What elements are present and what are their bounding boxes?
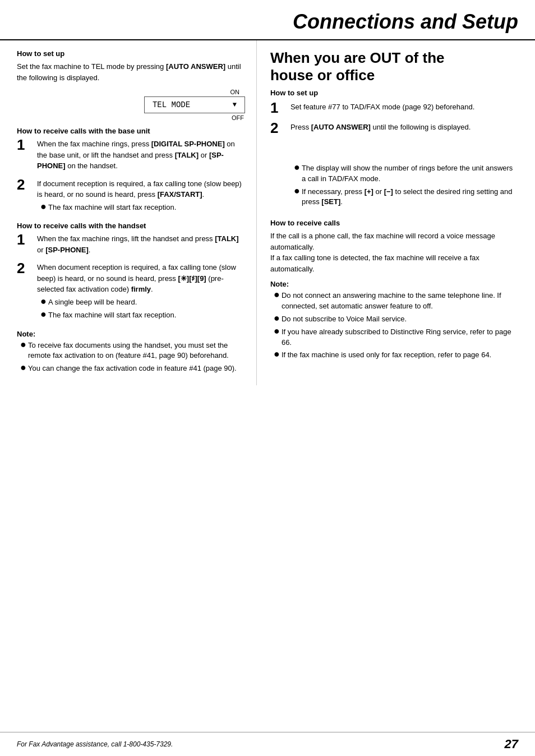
base-step-1: 1 When the fax machine rings, press [DIG… (17, 139, 245, 172)
base-unit-heading: How to receive calls with the base unit (17, 127, 245, 135)
handset-step-2-bullets: ● A single beep will be heard. ● The fax… (40, 297, 245, 321)
right-note-bullet-1: ● Do not connect an answering machine to… (274, 291, 518, 312)
footer-text: For Fax Advantage assistance, call 1-800… (17, 740, 173, 748)
base-step-2-bullets: ● The fax machine will start fax recepti… (40, 202, 245, 213)
left-note-bullets: ● To receive fax documents using the han… (20, 340, 245, 375)
handset-bullet-1-text: A single beep will be heard. (48, 297, 137, 308)
right-how-to-set-up-heading: How to set up (270, 89, 518, 97)
left-note-heading: Note: (17, 330, 245, 338)
base-step-2-content: If document reception is required, a fax… (37, 178, 245, 215)
right-receive-text: If the call is a phone call, the fax mac… (270, 231, 518, 274)
left-column: How to set up Set the fax machine to TEL… (0, 40, 257, 385)
step-number-2: 2 (17, 177, 33, 192)
lcd-display-container: ON TEL MODE ▼ OFF (34, 89, 245, 121)
right-title-line1: When you are OUT of the (270, 49, 445, 66)
right-title-line2: house or office (270, 67, 375, 84)
how-to-set-up-text: Set the fax machine to TEL mode by press… (17, 61, 245, 83)
handset-step-2: 2 When document reception is required, a… (17, 262, 245, 322)
handset-bullet-2-text: The fax machine will start fax reception… (48, 310, 176, 321)
step-number-1: 1 (17, 137, 33, 152)
lcd-box: TEL MODE ▼ (144, 96, 245, 113)
lcd-on-label: ON (230, 89, 239, 95)
right-step-2-content: Press [AUTO ANSWER] until the following … (290, 122, 518, 210)
page-number: 27 (505, 737, 518, 752)
page-footer: For Fax Advantage assistance, call 1-800… (0, 732, 535, 756)
handset-step-1: 1 When the fax machine rings, lift the h… (17, 233, 245, 255)
how-to-set-up-heading: How to set up (17, 49, 245, 58)
handset-step-2-content: When document reception is required, a f… (37, 262, 245, 322)
page-title: Connections and Setup (17, 10, 518, 34)
left-note-bullet-2: ● You can change the fax activation code… (20, 363, 245, 374)
handset-bullet-2: ● The fax machine will start fax recepti… (40, 310, 245, 321)
right-receive-calls-heading: How to receive calls (270, 219, 518, 227)
right-step2-bullet-2: ● If necessary, press [+] or [−] to sele… (294, 187, 518, 208)
bullet-dot: ● (20, 362, 28, 372)
bullet-dot: ● (274, 313, 282, 323)
left-note-bullet-1: ● To receive fax documents using the han… (20, 340, 245, 362)
right-step-number-2: 2 (270, 121, 286, 135)
right-step-1-content: Set feature #77 to TAD/FAX mode (page 92… (290, 102, 518, 113)
bullet-dot: ● (294, 162, 302, 172)
bullet-dot: ● (274, 349, 282, 359)
bullet-dot: ● (40, 201, 48, 211)
handset-heading: How to receive calls with the handset (17, 222, 245, 230)
bullet-dot: ● (40, 309, 48, 319)
right-note-bullet-3: ● If you have already subscribed to Dist… (274, 327, 518, 348)
right-note-bullet-4: ● If the fax machine is used only for fa… (274, 350, 518, 361)
right-note-bullet-2: ● Do not subscribe to Voice Mail service… (274, 314, 518, 325)
handset-step-number-2: 2 (17, 261, 33, 275)
main-content: How to set up Set the fax machine to TEL… (0, 40, 535, 385)
right-note-bullet-3-text: If you have already subscribed to Distin… (282, 327, 518, 348)
right-step-2: 2 Press [AUTO ANSWER] until the followin… (270, 122, 518, 210)
bullet-dot: ● (274, 326, 282, 336)
bullet-dot: ● (294, 186, 302, 196)
right-lcd-placeholder (290, 133, 518, 161)
right-step-2-bullets: ● The display will show the number of ri… (294, 163, 518, 208)
right-step2-bullet-1: ● The display will show the number of ri… (294, 163, 518, 185)
right-receive-text-1: If the call is a phone call, the fax mac… (270, 232, 495, 251)
bullet-dot: ● (20, 339, 28, 349)
right-step2-bullet-2-text: If necessary, press [+] or [−] to select… (302, 187, 518, 208)
right-note-bullet-2-text: Do not subscribe to Voice Mail service. (282, 314, 407, 325)
bullet-dot: ● (40, 296, 48, 306)
page-header: Connections and Setup (0, 0, 535, 40)
left-note-bullet-1-text: To receive fax documents using the hands… (28, 340, 245, 362)
lcd-arrow: ▼ (233, 101, 237, 109)
right-note-bullet-4-text: If the fax machine is used only for fax … (282, 350, 491, 361)
right-note-heading: Note: (270, 280, 518, 288)
right-step2-bullet-1-text: The display will show the number of ring… (302, 163, 518, 185)
right-note-bullet-1-text: Do not connect an answering machine to t… (282, 291, 518, 312)
lcd-text: TEL MODE (153, 100, 190, 109)
right-step-1: 1 Set feature #77 to TAD/FAX mode (page … (270, 102, 518, 115)
bullet-dot: ● (274, 289, 282, 299)
base-bullet-1: ● The fax machine will start fax recepti… (40, 202, 245, 213)
right-column: When you are OUT of the house or office … (257, 40, 535, 385)
right-receive-text-2: If a fax calling tone is detected, the f… (270, 253, 479, 273)
right-section-title: When you are OUT of the house or office (270, 49, 518, 84)
handset-step-number-1: 1 (17, 232, 33, 247)
handset-step-1-content: When the fax machine rings, lift the han… (37, 233, 245, 255)
base-step-2: 2 If document reception is required, a f… (17, 178, 245, 215)
handset-bullet-1: ● A single beep will be heard. (40, 297, 245, 308)
right-note-bullets: ● Do not connect an answering machine to… (274, 291, 518, 361)
left-note-bullet-2-text: You can change the fax activation code i… (28, 363, 237, 374)
base-step-1-content: When the fax machine rings, press [DIGIT… (37, 139, 245, 172)
right-step-number-1: 1 (270, 100, 286, 115)
base-bullet-1-text: The fax machine will start fax reception… (48, 202, 176, 213)
lcd-off-label: OFF (232, 114, 244, 121)
